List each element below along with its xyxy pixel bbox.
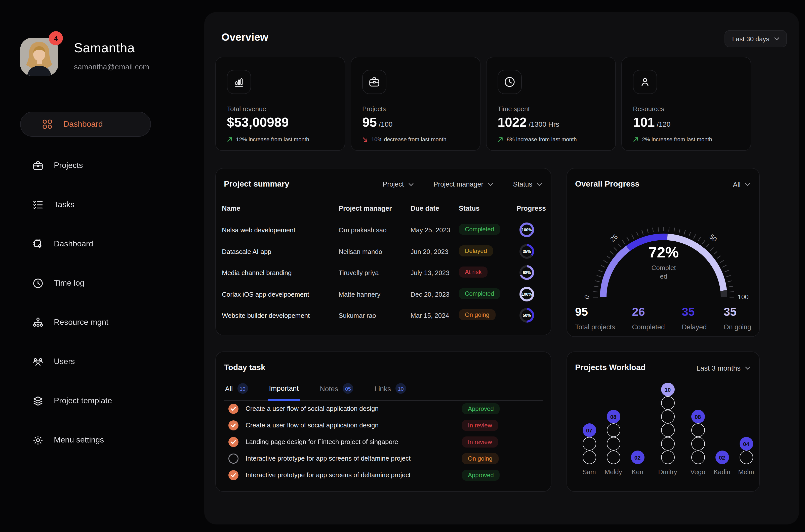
person-icon — [639, 76, 651, 88]
workload-value-badge: 02 — [715, 451, 729, 464]
task-checked-icon[interactable] — [228, 469, 239, 480]
task-row[interactable]: Interactive prototype for app screens of… — [224, 450, 544, 467]
workload-column-vego[interactable]: 08Vego — [683, 410, 713, 486]
sidebar-item-label: Tasks — [54, 200, 74, 209]
briefcase-icon — [368, 76, 380, 88]
workload-person-label: Sam — [574, 468, 604, 486]
sidebar-item-tasks[interactable]: Tasks — [20, 192, 151, 217]
tab-links[interactable]: Links10 — [374, 380, 407, 400]
workload-column-dmitry[interactable]: 10Dmitry — [653, 383, 683, 486]
notification-badge[interactable]: 4 — [49, 31, 63, 45]
task-unchecked-icon[interactable] — [228, 453, 239, 464]
tab-count-badge: 05 — [343, 383, 353, 394]
progress-ring: 100% — [519, 222, 535, 238]
today-task-panel: Today task All10ImportantNotes05Links10 … — [216, 352, 551, 492]
sidebar-item-project-template[interactable]: Project template — [20, 388, 151, 413]
filter-project-manager[interactable]: Project manager — [433, 180, 493, 188]
briefcase-icon — [32, 160, 44, 171]
column-header-project-manager: Project manager — [339, 205, 392, 212]
workload-person-label: Vego — [683, 468, 713, 486]
cell-project-name: Website builder developement — [222, 312, 310, 320]
chevron-down-icon — [408, 183, 413, 186]
column-header-name: Name — [222, 205, 241, 212]
overall-progress-filter-label: All — [733, 180, 741, 189]
sidebar-item-menu-settings[interactable]: Menu settings — [20, 428, 151, 453]
workload-value-badge: 04 — [740, 437, 753, 451]
svg-text:100%: 100% — [522, 228, 532, 232]
workload-range-selector[interactable]: Last 3 months — [696, 364, 750, 372]
progress-stat-value: 95 — [575, 305, 615, 319]
task-text: Interactive prototype for app screens of… — [245, 455, 411, 462]
sidebar-item-label: Dashboard — [54, 239, 93, 248]
range-selector-button[interactable]: Last 30 days — [725, 30, 787, 47]
task-row[interactable]: Create a user flow of social application… — [224, 400, 544, 417]
tab-important[interactable]: Important — [268, 380, 300, 401]
workload-circle — [661, 410, 674, 423]
chevron-down-icon — [745, 183, 750, 186]
task-status-badge: In review — [462, 436, 498, 447]
sidebar-item-label: Users — [54, 357, 75, 366]
workload-column-ken[interactable]: 02Ken — [622, 451, 653, 486]
task-checked-icon[interactable] — [228, 436, 239, 447]
table-row[interactable]: Website builder developementSukumar raoM… — [216, 305, 551, 326]
workload-circle — [582, 451, 596, 464]
stat-card-change: 2% increase from last month — [633, 136, 712, 142]
workload-column-melm[interactable]: 04Melm — [731, 437, 761, 486]
progress-stats: 95Total projects26Completed35Delayed35On… — [575, 305, 751, 331]
cell-project-name: Nelsa web developement — [222, 226, 295, 234]
sidebar-item-dashboard[interactable]: Dashboard — [20, 231, 151, 256]
trend-up-icon — [633, 136, 638, 142]
trend-up-icon — [498, 136, 503, 142]
sidebar-item-projects[interactable]: Projects — [20, 153, 151, 178]
stat-card-label: Total revenue — [227, 105, 266, 113]
progress-stat-value: 35 — [724, 305, 751, 319]
today-task-title: Today task — [224, 363, 265, 372]
workload-circle — [606, 423, 620, 437]
tab-notes[interactable]: Notes05 — [319, 380, 354, 400]
table-row[interactable]: Datascale AI appNeilsan mandoJun 20, 202… — [216, 241, 551, 262]
tab-label: Notes — [320, 384, 338, 393]
trend-up-icon — [227, 136, 232, 142]
workload-column-kadin[interactable]: 02Kadin — [713, 451, 731, 486]
sidebar-item-resource-mgnt[interactable]: Resource mgnt — [20, 310, 151, 335]
task-row[interactable]: Landing page design for Fintech project … — [224, 434, 544, 450]
task-row[interactable]: Create a user flow of social application… — [224, 417, 544, 434]
sidebar-item-users[interactable]: Users — [20, 349, 151, 374]
cell-project-manager: Om prakash sao — [339, 226, 387, 234]
tab-count-badge: 10 — [395, 383, 406, 394]
workload-column-sam[interactable]: 07Sam — [574, 423, 604, 486]
task-row[interactable]: Interactive prototype for app screens of… — [224, 467, 544, 483]
stat-card-change-text: 10% decrease from last month — [371, 136, 446, 142]
status-badge: Completed — [459, 224, 500, 235]
task-checked-icon[interactable] — [228, 403, 239, 414]
progress-stat-delayed: 35Delayed — [682, 305, 707, 331]
stat-card-projects[interactable]: Projects95/10010% decrease from last mon… — [351, 57, 481, 151]
workload-value-badge: 08 — [691, 410, 705, 423]
bar-chart-icon-box — [227, 70, 251, 94]
task-checked-icon[interactable] — [228, 420, 239, 431]
cell-project-manager: Matte hannery — [339, 291, 380, 298]
column-header-status: Status — [459, 205, 480, 212]
stat-card-time-spent[interactable]: Time spent1022/1300 Hrs8% increase from … — [486, 57, 616, 151]
table-body: Nelsa web developementOm prakash saoMay … — [216, 219, 551, 326]
clock-icon — [32, 277, 44, 289]
progress-stat-label: On going — [724, 323, 751, 331]
tab-all[interactable]: All10 — [224, 380, 249, 400]
stat-card-resources[interactable]: Resources101/1202% increase from last mo… — [621, 57, 751, 151]
workload-person-label: Meldy — [604, 468, 622, 486]
stat-card-total-revenue[interactable]: Total revenue$53,0098912% increase from … — [216, 57, 345, 151]
chevron-down-icon — [745, 366, 750, 369]
workload-value-badge: 02 — [631, 451, 644, 464]
table-row[interactable]: Nelsa web developementOm prakash saoMay … — [216, 219, 551, 241]
table-row[interactable]: Media channel brandingTiruvelly priyaJul… — [216, 262, 551, 283]
user-name: Samantha — [74, 40, 135, 56]
task-text: Landing page design for Fintech project … — [245, 438, 398, 445]
table-row[interactable]: Corlax iOS app develpoementMatte hannery… — [216, 284, 551, 305]
filter-status[interactable]: Status — [513, 180, 542, 188]
filter-project[interactable]: Project — [382, 180, 413, 188]
progress-stat-on-going: 35On going — [724, 305, 751, 331]
overall-progress-filter[interactable]: All — [733, 180, 750, 189]
workload-column-meldy[interactable]: 08Meldy — [604, 410, 622, 486]
sidebar-item-dashboard[interactable]: Dashboard — [20, 112, 151, 137]
sidebar-item-time-log[interactable]: Time log — [20, 270, 151, 296]
